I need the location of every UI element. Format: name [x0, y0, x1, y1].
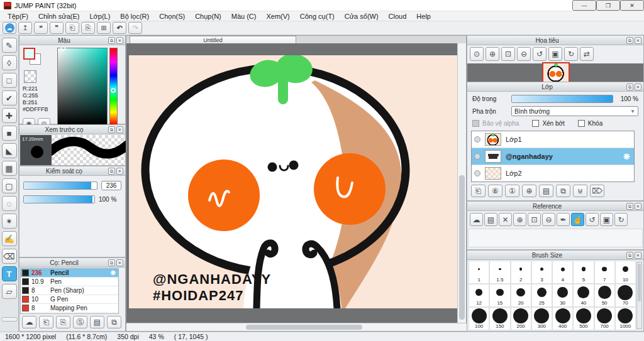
brush-size-cell[interactable]: 1000 [615, 307, 636, 330]
zoom-fit-button[interactable]: ⊡ [501, 47, 515, 61]
publish-button[interactable]: ↥ [18, 22, 32, 34]
merge-layer-button[interactable]: ⊎ [573, 185, 587, 197]
popout-icon[interactable]: ⧉ [108, 37, 115, 44]
rotate-right-button[interactable]: ↻ [614, 213, 628, 226]
close-icon[interactable]: ✕ [635, 203, 641, 210]
foreground-color-swatch[interactable] [23, 48, 35, 60]
zoom-fit-button[interactable]: ⊡ [528, 213, 541, 226]
popout-icon[interactable]: ⧉ [626, 37, 633, 44]
add-8bit-layer-button[interactable]: ⑧ [488, 185, 502, 197]
close-button[interactable]: ✕ [620, 0, 644, 11]
layer-visibility-toggle[interactable] [474, 170, 480, 176]
layer-opacity-slider[interactable] [511, 95, 613, 103]
brush-settings-icon[interactable]: ❋ [111, 269, 116, 276]
comment-button[interactable]: ❝ [34, 22, 48, 34]
brush-size-slider[interactable] [23, 181, 97, 190]
redo-button[interactable]: ↷ [128, 22, 142, 34]
layer-row-nganhadayy[interactable]: @nganhadayy ❋ [472, 148, 634, 165]
menu-item-window[interactable]: Cửa sổ(W) [340, 11, 384, 21]
tool-column-grip[interactable] [1, 317, 18, 322]
script-brush-button[interactable]: Ⓢ [73, 316, 87, 328]
lasso-tool[interactable]: ◌ [2, 196, 17, 211]
brush-size-cell[interactable]: 20 [511, 284, 531, 307]
canvas-horizontal-scrollbar[interactable] [126, 323, 467, 331]
comment-list-button[interactable]: ❞ [50, 22, 64, 34]
brush-size-cell[interactable]: 40 [573, 284, 594, 307]
document-settings-button[interactable]: ⎘ [81, 22, 95, 34]
eyedropper-button[interactable]: ✒ [557, 213, 570, 226]
brush-row-pencil[interactable]: 236 Pencil ❋ [21, 269, 118, 278]
select-pen-tool[interactable]: ✍ [2, 231, 17, 246]
brush-size-cell[interactable]: 200 [511, 307, 531, 330]
navigator-view-rect[interactable] [542, 62, 570, 84]
layer-visibility-toggle[interactable] [474, 136, 480, 143]
brush-size-cell[interactable]: 100 [469, 307, 489, 330]
move-tool[interactable]: ✚ [2, 108, 17, 123]
undo-button[interactable]: ↶ [113, 22, 126, 34]
alpha-protect-checkbox[interactable] [472, 120, 479, 127]
brush-tool[interactable]: ✎ [2, 38, 17, 53]
artwork-canvas[interactable]: @NGANHADAYY #HOIDAP247 [129, 55, 458, 308]
menu-item-tools[interactable]: Công cụ(T) [295, 11, 340, 21]
rotate-right-button[interactable]: ↻ [564, 47, 578, 61]
brush-size-cell[interactable]: 400 [552, 307, 573, 330]
cloud-open-button[interactable]: ☁ [470, 213, 483, 226]
clear-button[interactable]: ✕ [499, 213, 512, 226]
minimize-button[interactable]: — [572, 0, 596, 11]
folder-open-button[interactable]: ▤ [484, 213, 497, 226]
canvas-vertical-scrollbar[interactable] [457, 43, 466, 324]
delete-layer-button[interactable]: ⌦ [590, 185, 604, 197]
layer-blend-select[interactable]: Bình thường ▼ [511, 106, 638, 116]
zoom-out-button[interactable]: ⊖ [542, 213, 555, 226]
transparent-color-swatch[interactable] [24, 70, 36, 83]
rotate-reset-button[interactable]: ▣ [600, 213, 613, 226]
layer-settings-icon[interactable]: ❋ [623, 152, 630, 161]
menu-item-edit[interactable]: Chỉnh sửa(E) [33, 11, 84, 21]
select-rect-tool[interactable]: ▢ [2, 178, 17, 193]
brush-size-cell[interactable]: 70 [615, 284, 636, 307]
canvas-grid-button[interactable]: ⊞ [97, 22, 111, 34]
menu-item-filter[interactable]: Bộ lọc(R) [115, 11, 154, 21]
brush-size-cell[interactable]: 50 [594, 284, 615, 307]
shape-brush-tool[interactable]: □ [2, 73, 17, 88]
brush-row-pen[interactable]: 10.9 Pen [21, 278, 118, 286]
reference-preview-area[interactable] [468, 229, 643, 247]
rotate-left-button[interactable]: ↺ [533, 47, 547, 61]
close-icon[interactable]: ✕ [116, 168, 123, 175]
flip-horizontal-button[interactable]: ⇄ [580, 47, 594, 61]
control-point-tool[interactable]: ✔ [2, 90, 17, 106]
brush-opacity-slider[interactable] [23, 195, 95, 203]
brush-size-scrollbar[interactable] [636, 262, 642, 329]
add-layer-button[interactable]: ⎗ [471, 185, 486, 197]
maximize-restore-button[interactable]: ❐ [596, 0, 620, 11]
close-icon[interactable]: ✕ [116, 37, 123, 44]
menu-item-help[interactable]: Help [411, 11, 436, 21]
brush-size-cell[interactable]: 2 [511, 261, 531, 284]
brush-size-cell[interactable]: 25 [531, 284, 552, 307]
close-icon[interactable]: ✕ [635, 84, 641, 90]
popout-icon[interactable]: ⧉ [108, 168, 115, 175]
document-button[interactable]: ⎗ [65, 22, 79, 34]
brush-size-cell[interactable]: 150 [489, 307, 510, 330]
saturation-cursor[interactable] [60, 46, 66, 51]
brush-size-cell[interactable]: 15 [489, 284, 510, 307]
layer-visibility-toggle[interactable] [474, 153, 480, 160]
document-tab[interactable]: Untitled [130, 36, 296, 43]
close-icon[interactable]: ✕ [116, 259, 123, 266]
popout-icon[interactable]: ⧉ [626, 84, 633, 90]
duplicate-layer-button[interactable]: ⧉ [556, 185, 570, 197]
gradient-tool[interactable]: ▦ [2, 161, 17, 176]
text-tool[interactable]: T [2, 266, 17, 281]
lock-checkbox[interactable] [578, 120, 585, 127]
brush-size-cell[interactable]: 700 [594, 307, 615, 330]
menu-item-layer[interactable]: Lớp(L) [84, 11, 115, 21]
brush-size-cell[interactable]: 5 [573, 261, 594, 284]
cloud-sync-button[interactable]: ☁ [3, 22, 16, 34]
brush-size-cell[interactable]: 3 [531, 261, 552, 284]
brush-size-cell[interactable]: 1.5 [489, 261, 510, 284]
brush-row-pen-sharp[interactable]: 8 Pen (Sharp) [21, 286, 118, 295]
duplicate-brush-button[interactable]: ⧉ [107, 316, 121, 328]
close-icon[interactable]: ✕ [635, 37, 641, 44]
operation-tool[interactable]: ▱ [2, 284, 17, 299]
add-brush-button[interactable]: ⎗ [39, 316, 53, 328]
